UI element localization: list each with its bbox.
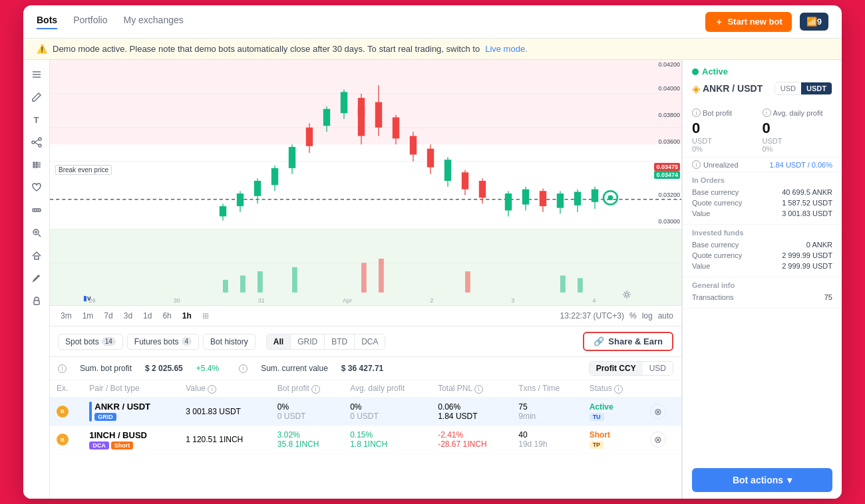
timeframe-6h[interactable]: 6h bbox=[160, 310, 174, 322]
svg-rect-57 bbox=[410, 136, 417, 155]
col-actions bbox=[643, 380, 681, 397]
bot-actions-button[interactable]: Bot actions ▾ bbox=[692, 468, 832, 492]
main-layout: T bbox=[23, 60, 842, 499]
multi-chart-icon[interactable]: ⊞ bbox=[202, 311, 209, 320]
svg-rect-33 bbox=[375, 102, 382, 128]
svg-rect-79 bbox=[240, 275, 246, 292]
tab-bots[interactable]: Bots bbox=[37, 15, 57, 29]
total-pnl-info-icon[interactable]: i bbox=[474, 385, 483, 394]
usd-btn[interactable]: USD bbox=[643, 362, 673, 375]
row1-txns: 75 9min bbox=[512, 397, 582, 426]
tool-pencil-icon[interactable] bbox=[27, 269, 46, 287]
timeframe-3m[interactable]: 3m bbox=[58, 310, 75, 322]
tool-house-icon[interactable] bbox=[27, 246, 46, 265]
sum-bot-profit-icon[interactable]: i bbox=[58, 364, 67, 373]
svg-rect-77 bbox=[592, 189, 598, 202]
tab-my-exchanges[interactable]: My exchanges bbox=[123, 15, 183, 29]
timeframe-3d[interactable]: 3d bbox=[121, 310, 135, 322]
svg-line-6 bbox=[35, 140, 39, 142]
rp-avg-daily-pct: 0% bbox=[763, 145, 833, 153]
profit-toggle: Profit CCY USD bbox=[589, 361, 673, 376]
svg-rect-83 bbox=[379, 259, 384, 293]
chart-controls-bar: 3m 1m 7d 3d 1d 6h 1h ⊞ 13:22:37 (UTC+3) … bbox=[50, 305, 681, 326]
tool-heart-icon[interactable] bbox=[27, 178, 46, 197]
chart-settings-icon[interactable] bbox=[622, 290, 631, 302]
invested-quote: Quote currency 2 999.99 USDT bbox=[692, 251, 832, 259]
nav-tabs: Bots Portfolio My exchanges bbox=[37, 15, 184, 29]
date-31: 31 bbox=[258, 297, 265, 304]
svg-line-7 bbox=[35, 142, 39, 145]
svg-rect-80 bbox=[258, 271, 263, 293]
binance-icon: B bbox=[57, 406, 69, 418]
filter-btd[interactable]: BTD bbox=[325, 334, 355, 349]
badge-grid: GRID bbox=[94, 413, 116, 421]
percent-btn[interactable]: % bbox=[629, 311, 637, 320]
tab-portfolio[interactable]: Portfolio bbox=[73, 15, 107, 29]
unrealized-info-icon[interactable]: i bbox=[692, 160, 701, 169]
badge-short: Short bbox=[111, 441, 134, 449]
timeframe-7d[interactable]: 7d bbox=[101, 310, 115, 322]
green-dot bbox=[692, 68, 699, 75]
status-info-icon[interactable]: i bbox=[614, 385, 623, 394]
svg-rect-84 bbox=[465, 271, 470, 293]
table-row[interactable]: B ANKR / USDT GRID bbox=[50, 397, 681, 426]
svg-point-88 bbox=[608, 195, 613, 201]
col-status: Status i bbox=[583, 380, 643, 397]
filter-all[interactable]: All bbox=[267, 334, 291, 349]
svg-rect-23 bbox=[34, 301, 39, 305]
row2-action[interactable]: ⊗ bbox=[643, 426, 681, 453]
value-info-icon[interactable]: i bbox=[208, 385, 216, 394]
row2-pair: 1INCH / BUSD DCA Short bbox=[83, 426, 179, 453]
timeframe-1d[interactable]: 1d bbox=[140, 310, 154, 322]
bot-profit-rp-info[interactable]: i bbox=[692, 108, 701, 117]
svg-rect-55 bbox=[393, 118, 399, 139]
spot-bots-tab[interactable]: Spot bots 14 bbox=[58, 334, 123, 350]
bot-profit-info-icon[interactable]: i bbox=[311, 385, 320, 394]
binance-icon-2: B bbox=[57, 434, 69, 445]
auto-btn[interactable]: auto bbox=[658, 311, 673, 320]
sum-current-value-icon[interactable]: i bbox=[239, 364, 248, 373]
svg-rect-53 bbox=[358, 98, 365, 116]
share-earn-button[interactable]: 🔗 Share & Earn bbox=[583, 332, 673, 351]
futures-bots-tab[interactable]: Futures bots 4 bbox=[127, 334, 199, 350]
tool-ruler-icon[interactable] bbox=[27, 201, 46, 219]
svg-rect-45 bbox=[289, 147, 295, 168]
timeframe-1h[interactable]: 1h bbox=[180, 310, 194, 322]
filter-dca[interactable]: DCA bbox=[355, 334, 385, 349]
log-btn[interactable]: log bbox=[642, 311, 653, 320]
app-window: Bots Portfolio My exchanges ＋ Start new … bbox=[23, 5, 842, 499]
invested-base: Base currency 0 ANKR bbox=[692, 241, 832, 249]
tool-text-icon[interactable]: T bbox=[27, 110, 46, 129]
tool-lock-icon[interactable] bbox=[27, 291, 46, 310]
profit-ccy-btn[interactable]: Profit CCY bbox=[590, 362, 643, 375]
signal-count[interactable]: 📶 9 bbox=[800, 13, 828, 31]
table-row[interactable]: B 1INCH / BUSD DCA Short bbox=[50, 426, 681, 453]
svg-rect-59 bbox=[427, 149, 434, 168]
tool-zoom-icon[interactable] bbox=[27, 223, 46, 242]
tool-pen-icon[interactable] bbox=[27, 88, 46, 106]
svg-rect-67 bbox=[505, 193, 512, 210]
svg-rect-49 bbox=[323, 109, 330, 126]
usd-currency-btn[interactable]: USD bbox=[775, 82, 801, 94]
chart-area: Break even price 0.04200 0.04000 0.03800… bbox=[50, 60, 682, 499]
row2-action-btn[interactable]: ⊗ bbox=[650, 432, 666, 447]
row1-action-btn[interactable]: ⊗ bbox=[650, 404, 666, 420]
bot-history-tab[interactable]: Bot history bbox=[203, 334, 256, 350]
chart-right-controls: 13:22:37 (UTC+3) % log auto bbox=[560, 311, 673, 320]
row1-action[interactable]: ⊗ bbox=[643, 397, 681, 426]
filter-grid[interactable]: GRID bbox=[291, 334, 325, 349]
tool-nodes-icon[interactable] bbox=[27, 133, 46, 152]
usdt-currency-btn[interactable]: USDT bbox=[801, 82, 832, 94]
svg-rect-21 bbox=[35, 256, 39, 259]
live-mode-link[interactable]: Live mode. bbox=[485, 44, 528, 54]
col-pair: Pair / Bot type bbox=[83, 380, 179, 397]
tool-lines2-icon[interactable] bbox=[27, 156, 46, 174]
start-new-bot-button[interactable]: ＋ Start new bot bbox=[705, 12, 791, 32]
ankr-coin-icon: ◈ bbox=[692, 82, 700, 95]
active-badge: Active bbox=[692, 66, 832, 76]
sum-bot-profit-percent: +5.4% bbox=[196, 364, 219, 373]
tool-lines-icon[interactable] bbox=[27, 65, 46, 84]
chart-tools-sidebar: T bbox=[23, 60, 50, 499]
timeframe-1m[interactable]: 1m bbox=[80, 310, 96, 322]
avg-daily-rp-info[interactable]: i bbox=[763, 108, 771, 117]
